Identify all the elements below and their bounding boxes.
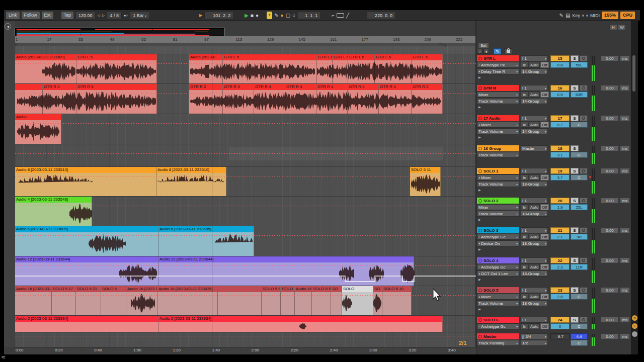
track-fold-icon[interactable] bbox=[478, 117, 482, 120]
output-chooser[interactable]: 14-Group▾ bbox=[521, 68, 548, 74]
tempo-display[interactable]: 120.00 bbox=[75, 12, 96, 19]
re-enable-automation-icon[interactable]: ○ bbox=[292, 12, 295, 19]
follow-marker-icon[interactable]: ▶ bbox=[199, 12, 202, 19]
punch-in-button[interactable]: ⌐ bbox=[332, 12, 335, 19]
track-delay-display[interactable]: 0.00 bbox=[601, 85, 619, 91]
track-delay-display[interactable]: 0.00 bbox=[601, 55, 619, 61]
pan-display[interactable]: 9R bbox=[571, 234, 588, 240]
overdub-button[interactable]: + bbox=[267, 12, 272, 19]
solo-button[interactable]: S bbox=[571, 115, 579, 121]
audio-clip[interactable]: SO bbox=[331, 286, 342, 315]
automation-lane-fold-icon[interactable]: ▶ bbox=[478, 307, 481, 311]
parameter-chooser[interactable]: Track Volume▾ bbox=[477, 98, 519, 104]
output-chooser[interactable]: 18-Group▾ bbox=[521, 300, 548, 306]
track-header[interactable]: GTR L bbox=[477, 55, 519, 61]
input-chooser[interactable]: I 1▾ bbox=[521, 227, 548, 233]
device-led-icon[interactable]: ○ bbox=[478, 264, 480, 269]
monitor-auto-button[interactable]: Auto bbox=[529, 122, 540, 128]
track-header[interactable]: SOLO 2 bbox=[477, 198, 519, 204]
monitor-in-button[interactable]: In bbox=[521, 323, 528, 329]
input-chooser[interactable]: Master▾ bbox=[521, 145, 548, 151]
automation-arm-icon[interactable]: ● bbox=[281, 12, 284, 19]
input-chooser[interactable]: I 1▾ bbox=[521, 198, 548, 204]
track-delay-unit[interactable]: ms bbox=[620, 168, 630, 174]
automation-lane-fold-icon[interactable]: ▶ bbox=[478, 188, 481, 192]
solo-button[interactable]: S bbox=[571, 227, 579, 233]
volume-display[interactable]: 2.8 bbox=[550, 294, 570, 300]
track-delay-display[interactable]: 0.00 bbox=[601, 168, 619, 174]
status-circle-icon[interactable]: ↻ bbox=[632, 315, 637, 321]
status-circle-icon[interactable] bbox=[632, 331, 637, 337]
automation-lane-fold-icon[interactable]: ▶ bbox=[478, 278, 481, 281]
output-chooser[interactable]: 14-Group▾ bbox=[521, 98, 548, 104]
browser-toggle-icon[interactable]: ◀ bbox=[5, 23, 11, 30]
key-map-label[interactable]: Key bbox=[572, 13, 580, 18]
master-volume-display[interactable]: 4.4 bbox=[571, 333, 588, 339]
pan-display[interactable]: 11R bbox=[571, 264, 588, 270]
track-delay-unit[interactable]: ms bbox=[620, 287, 630, 293]
track-fold-icon[interactable] bbox=[478, 169, 482, 173]
cue-out-chooser[interactable]: || 3/4▾ bbox=[521, 333, 548, 339]
input-chooser[interactable]: I 1▾ bbox=[521, 317, 548, 323]
track-delay-unit[interactable]: ms bbox=[620, 85, 630, 91]
loop-end-marker-icon[interactable]: ◁ bbox=[439, 42, 441, 46]
solo-button[interactable]: S bbox=[571, 257, 579, 263]
automation-lane-fold-icon[interactable]: ▶ bbox=[478, 218, 481, 221]
loop-length-display[interactable]: 220. 0. 0 bbox=[366, 12, 395, 19]
device-led-icon[interactable]: ○ bbox=[478, 62, 480, 67]
monitor-auto-button[interactable]: Auto bbox=[529, 92, 540, 98]
arm-button[interactable] bbox=[580, 168, 588, 174]
monitor-off-button[interactable]: Off bbox=[540, 323, 549, 329]
automation-lane-fold-icon[interactable]: ▶ bbox=[478, 105, 481, 109]
track-delay-unit[interactable]: ms bbox=[620, 227, 630, 233]
pan-display[interactable]: C bbox=[571, 174, 588, 180]
input-chooser[interactable]: I 1▾ bbox=[521, 55, 548, 61]
device-led-icon[interactable]: ● bbox=[478, 271, 480, 276]
master-pan-chooser[interactable]: Track Panning▾ bbox=[477, 340, 519, 346]
monitor-auto-button[interactable]: Auto bbox=[529, 174, 540, 180]
stop-button[interactable]: ■ bbox=[251, 12, 254, 19]
device-chooser[interactable]: ○Archetype Gc▾ bbox=[477, 264, 519, 270]
solo-button[interactable]: S bbox=[571, 168, 579, 174]
tap-tempo-button[interactable]: Tap bbox=[61, 12, 74, 19]
monitor-in-button[interactable]: In bbox=[521, 204, 528, 210]
track-activator-button[interactable]: 23 bbox=[550, 287, 570, 293]
track-fold-icon[interactable] bbox=[478, 259, 482, 262]
monitor-in-button[interactable]: In bbox=[521, 174, 528, 180]
input-chooser[interactable]: I 1▾ bbox=[521, 115, 548, 121]
volume-display[interactable]: 0.8 bbox=[550, 62, 570, 68]
track-fold-icon[interactable] bbox=[478, 289, 482, 292]
nudge-down-icon[interactable]: ◁ bbox=[98, 12, 100, 19]
monitor-auto-button[interactable]: Auto bbox=[529, 294, 540, 300]
arm-button[interactable] bbox=[580, 55, 588, 61]
pan-display[interactable]: C bbox=[571, 122, 588, 128]
track-header[interactable]: SOLO 3 bbox=[477, 227, 519, 233]
pan-display[interactable]: 50R bbox=[571, 92, 588, 98]
output-chooser[interactable]: 18-Group▾ bbox=[521, 181, 548, 187]
punch-out-button[interactable]: ╱ bbox=[346, 12, 349, 19]
track-activator-button[interactable]: 19 bbox=[550, 168, 570, 174]
scrub-area[interactable] bbox=[15, 46, 476, 54]
audio-clip[interactable]: Audio 16 [2023-03-11 233035] bbox=[157, 286, 218, 315]
monitor-off-button[interactable]: Off bbox=[540, 234, 549, 240]
track-delay-display[interactable]: 0.00 bbox=[601, 198, 619, 204]
track-header[interactable]: SOLO 6 bbox=[477, 317, 519, 323]
track-fold-icon[interactable] bbox=[478, 147, 482, 150]
audio-clip[interactable]: SOLO 5 17 bbox=[52, 286, 76, 315]
pan-display[interactable]: C bbox=[571, 323, 588, 329]
device-led-icon[interactable]: ● bbox=[478, 69, 480, 74]
play-button[interactable]: ▶ bbox=[245, 12, 249, 19]
volume-display[interactable]: 1.9 bbox=[550, 204, 570, 210]
track-delay-display[interactable]: 0.00 bbox=[601, 145, 619, 151]
monitor-auto-button[interactable]: Auto bbox=[529, 234, 540, 240]
status-circle-icon[interactable]: + bbox=[632, 323, 637, 329]
input-chooser[interactable]: I 1▾ bbox=[521, 257, 548, 263]
loop-start-display[interactable]: 1. 1. 1 bbox=[297, 12, 320, 19]
track-header[interactable]: SOLO 4 bbox=[477, 257, 519, 263]
pan-display[interactable]: 50L bbox=[571, 62, 588, 68]
quantize-menu[interactable]: 1 Bar▾ bbox=[130, 12, 149, 19]
device-led-icon[interactable]: ● bbox=[478, 294, 480, 299]
track-header[interactable]: SOLO 5 bbox=[477, 287, 519, 293]
volume-display[interactable]: 3.7 bbox=[550, 174, 570, 180]
time-signature-display[interactable]: 4 / 8 bbox=[107, 12, 122, 19]
